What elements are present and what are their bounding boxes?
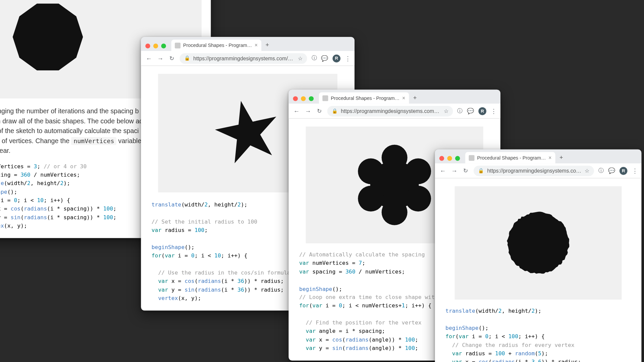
- shape-noisy-circle: [505, 210, 571, 276]
- code-block: translate(width/2, height/2); beginShape…: [445, 307, 631, 362]
- close-window-button[interactable]: [145, 44, 150, 48]
- url-text: https://programmingdesignsystems.com/sha…: [193, 55, 295, 61]
- close-tab-button[interactable]: ×: [548, 155, 551, 161]
- window-controls: [291, 96, 316, 104]
- browser-tab[interactable]: Procedural Shapes - Program… ×: [465, 152, 555, 164]
- shape-flower: [353, 143, 436, 227]
- reload-button[interactable]: [462, 167, 469, 174]
- overflow-menu-icon[interactable]: ⋮: [345, 55, 350, 62]
- new-tab-button[interactable]: +: [264, 41, 271, 48]
- svg-marker-1: [215, 100, 281, 166]
- svg-point-5: [405, 186, 431, 212]
- favicon-icon: [322, 95, 328, 101]
- minimize-window-button[interactable]: [301, 96, 306, 101]
- browser-tab[interactable]: Procedural Shapes - Program… ×: [171, 40, 261, 51]
- maximize-window-button[interactable]: [161, 44, 166, 48]
- shape-star: [215, 100, 281, 166]
- close-window-button[interactable]: [293, 96, 298, 101]
- lock-icon: 🔒: [478, 168, 484, 174]
- reload-button[interactable]: [168, 55, 175, 62]
- tab-title: Procedural Shapes - Program…: [477, 155, 546, 161]
- bookmark-star-icon[interactable]: ☆: [585, 168, 589, 174]
- svg-point-6: [382, 199, 408, 225]
- reload-button[interactable]: [316, 108, 323, 115]
- minimize-window-button[interactable]: [447, 156, 452, 161]
- back-button[interactable]: [439, 167, 446, 174]
- window-controls: [438, 156, 463, 163]
- browser-window-3: Procedural Shapes - Program… × + 🔒 https…: [435, 149, 642, 362]
- page-info-icon[interactable]: ⓘ: [598, 167, 604, 174]
- browser-toolbar: 🔒 https://programmingdesignsystems.com/s…: [435, 164, 642, 179]
- minimize-window-button[interactable]: [153, 44, 158, 48]
- page-info-icon[interactable]: ⓘ: [312, 55, 317, 62]
- address-bar[interactable]: 🔒 https://programmingdesignsystems.com/s…: [327, 106, 453, 116]
- back-button[interactable]: [145, 55, 152, 62]
- maximize-window-button[interactable]: [455, 156, 460, 161]
- browser-toolbar: 🔒 https://programmingdesignsystems.com/s…: [288, 104, 500, 119]
- address-bar[interactable]: 🔒 https://programmingdesignsystems.com/s…: [474, 165, 594, 176]
- profile-avatar[interactable]: R: [478, 107, 486, 115]
- overflow-menu-icon[interactable]: ⋮: [491, 108, 496, 115]
- tab-bar: Procedural Shapes - Program… × +: [435, 149, 642, 164]
- close-tab-button[interactable]: ×: [402, 95, 405, 101]
- new-tab-button[interactable]: +: [412, 94, 419, 101]
- sketch-canvas: [455, 186, 622, 300]
- text: you can draw all of the basic shapes. Th…: [0, 117, 143, 124]
- profile-avatar[interactable]: R: [332, 54, 340, 62]
- svg-marker-9: [507, 212, 569, 274]
- url-text: https://programmingdesignsystems.com/sha…: [341, 108, 440, 114]
- forward-button[interactable]: [451, 167, 458, 174]
- favicon-icon: [175, 43, 180, 48]
- comment-icon[interactable]: 💬: [321, 55, 328, 62]
- forward-button[interactable]: [157, 55, 164, 62]
- text: will appear.: [0, 147, 10, 154]
- tab-title: Procedural Shapes - Program…: [331, 96, 399, 101]
- svg-point-3: [382, 145, 408, 171]
- svg-point-7: [358, 186, 384, 212]
- browser-tab[interactable]: Procedural Shapes - Program… ×: [319, 92, 409, 104]
- address-bar[interactable]: 🔒 https://programmingdesignsystems.com/s…: [180, 53, 307, 63]
- inline-code: numVertices: [71, 137, 117, 145]
- maximize-window-button[interactable]: [309, 96, 314, 101]
- bookmark-star-icon[interactable]: ☆: [444, 108, 448, 114]
- tab-bar: Procedural Shapes - Program… × +: [141, 37, 355, 51]
- favicon-icon: [469, 155, 475, 161]
- url-text: https://programmingdesignsystems.com/sha…: [487, 168, 582, 174]
- browser-toolbar: 🔒 https://programmingdesignsystems.com/s…: [141, 51, 355, 66]
- close-tab-button[interactable]: ×: [255, 42, 258, 48]
- comment-icon[interactable]: 💬: [467, 108, 474, 114]
- text: By changing the number of iterations and…: [0, 107, 139, 115]
- bookmark-star-icon[interactable]: ☆: [298, 55, 303, 61]
- shape-decagon: [13, 2, 83, 72]
- text: number of vertices. Change the: [0, 137, 71, 144]
- comment-icon[interactable]: 💬: [608, 167, 615, 174]
- close-window-button[interactable]: [439, 156, 444, 161]
- lock-icon: 🔒: [184, 55, 190, 61]
- tab-bar: Procedural Shapes - Program… × +: [288, 90, 500, 104]
- forward-button[interactable]: [305, 108, 312, 115]
- profile-avatar[interactable]: R: [620, 167, 628, 175]
- svg-point-8: [358, 159, 384, 184]
- new-tab-button[interactable]: +: [558, 154, 565, 161]
- tab-title: Procedural Shapes - Program…: [183, 43, 252, 48]
- svg-point-4: [405, 159, 431, 184]
- page-content: translate(width/2, height/2); beginShape…: [435, 178, 642, 362]
- page-info-icon[interactable]: ⓘ: [457, 107, 463, 115]
- svg-marker-0: [13, 4, 83, 70]
- text: on top of the sketch to automatically ca…: [0, 127, 139, 134]
- window-controls: [144, 44, 169, 51]
- back-button[interactable]: [293, 108, 300, 115]
- overflow-menu-icon[interactable]: ⋮: [632, 167, 637, 174]
- lock-icon: 🔒: [332, 108, 338, 114]
